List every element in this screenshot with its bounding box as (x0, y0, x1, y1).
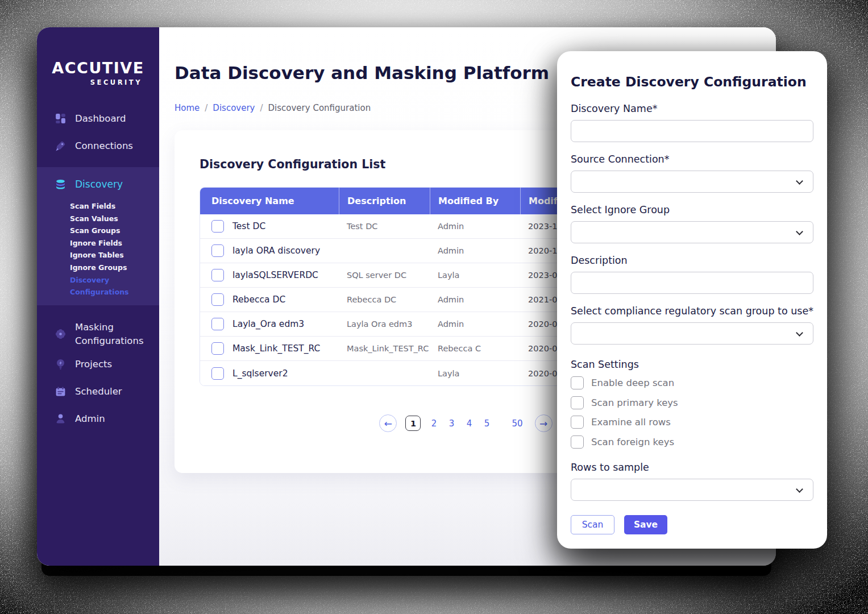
sidebar-item-projects[interactable]: Projects (37, 351, 159, 378)
sidebar-item-label: Connections (75, 140, 133, 151)
checkbox-label: Enable deep scan (591, 377, 674, 388)
pagination-page-current[interactable]: 1 (405, 416, 421, 431)
logo-accutive-text: ACCUTIVE (52, 59, 144, 77)
pagination-page[interactable]: 3 (447, 418, 456, 429)
sidebar-item-label: Masking Configurations (75, 321, 143, 348)
checkbox-row-examine-all-rows: Examine all rows (571, 416, 813, 429)
sidebar-item-connections[interactable]: Connections (37, 132, 159, 159)
sidebar-item-label: Projects (75, 359, 112, 370)
cell-discovery-name: Layla_Ora edm3 (232, 319, 304, 329)
mask-flower-icon (55, 328, 67, 340)
sidebar-item-label: Discovery (75, 179, 123, 190)
brand-logo: ACCUTIVE SECURITY (37, 27, 159, 86)
save-button[interactable]: Save (624, 515, 667, 534)
column-header-discovery-name: Discovery Name (200, 188, 339, 214)
modal-buttons: Scan Save (571, 515, 813, 534)
row-checkbox[interactable] (211, 367, 224, 380)
cell-description: SQL server DC (339, 271, 430, 280)
cell-modified-by: Layla (430, 369, 520, 378)
pagination-next-icon[interactable]: → (535, 414, 553, 432)
sidebar-item-discovery[interactable]: Discovery (37, 171, 159, 198)
cell-modified-by: Rebecca C (430, 344, 520, 353)
ignore-group-label: Select Ignore Group (571, 204, 813, 215)
source-connection-select[interactable] (571, 171, 813, 193)
chevron-down-icon (796, 177, 803, 185)
scan-primary-keys-checkbox[interactable] (571, 396, 584, 409)
sidebar-item-label: Dashboard (75, 113, 126, 124)
pagination-page-last[interactable]: 50 (512, 418, 522, 429)
sidebar-item-label: Admin (75, 413, 105, 424)
checkbox-label: Scan primary keys (591, 397, 678, 408)
row-checkbox[interactable] (211, 220, 224, 233)
rows-to-sample-select[interactable] (571, 479, 813, 501)
compliance-group-select[interactable] (571, 322, 813, 345)
enable-deep-scan-checkbox[interactable] (571, 376, 584, 389)
scan-foreign-keys-checkbox[interactable] (571, 435, 584, 449)
sidebar-item-label: Scheduler (75, 386, 122, 397)
chevron-down-icon (796, 486, 803, 493)
sidebar-nav: Dashboard Connections Discovery (37, 105, 159, 433)
ignore-group-select[interactable] (571, 221, 813, 243)
sidebar-item-scheduler[interactable]: Scheduler (37, 378, 159, 405)
subnav-scan-groups[interactable]: Scan Groups (70, 225, 159, 237)
user-icon (55, 413, 67, 425)
pagination-page[interactable]: 4 (464, 418, 474, 429)
subnav-scan-fields[interactable]: Scan Fields (70, 200, 159, 213)
breadcrumb-home[interactable]: Home (175, 103, 200, 113)
pagination-prev-icon[interactable]: ← (379, 414, 397, 432)
checkbox-label: Examine all rows (591, 417, 671, 428)
create-discovery-configuration-modal: Create Discovery Configuration Discovery… (557, 51, 827, 549)
cell-discovery-name: Mask_Link_TEST_RC (232, 343, 320, 354)
cell-modified-by: Admin (430, 295, 520, 304)
cell-discovery-name: Test DC (232, 221, 265, 231)
calendar-icon (55, 385, 67, 397)
rocket-icon (55, 140, 67, 152)
checkbox-row-scan-foreign-keys: Scan foreign keys (571, 435, 813, 449)
cell-description: Rebecca DC (339, 295, 430, 304)
dashboard-grid-icon (55, 113, 67, 125)
subnav-ignore-groups[interactable]: Ignore Groups (70, 262, 159, 274)
examine-all-rows-checkbox[interactable] (571, 416, 584, 429)
subnav-ignore-fields[interactable]: Ignore Fields (70, 237, 159, 250)
checkbox-row-scan-primary-keys: Scan primary keys (571, 396, 813, 409)
description-input[interactable] (571, 272, 813, 294)
cell-discovery-name: layla ORA discovery (232, 246, 320, 256)
breadcrumb-discovery[interactable]: Discovery (213, 103, 255, 113)
source-connection-label: Source Connection* (571, 154, 813, 165)
cell-modified-by: Admin (430, 320, 520, 329)
scan-settings-label: Scan Settings (571, 359, 813, 370)
checkbox-row-enable-deep-scan: Enable deep scan (571, 376, 813, 389)
cell-discovery-name: Rebecca DC (232, 294, 285, 305)
lightbulb-bolt-icon (55, 358, 67, 370)
chevron-down-icon (796, 329, 803, 337)
cell-description: Test DC (339, 222, 430, 231)
pagination-page[interactable]: 5 (482, 418, 491, 429)
row-checkbox[interactable] (211, 293, 224, 306)
row-checkbox[interactable] (211, 342, 224, 355)
checkbox-label: Scan foreign keys (591, 437, 674, 447)
sidebar-item-admin[interactable]: Admin (37, 405, 159, 433)
discovery-name-label: Discovery Name* (571, 103, 813, 114)
modal-title: Create Discovery Configuration (571, 74, 813, 90)
cell-discovery-name: L_sqlserver2 (232, 368, 288, 379)
cell-modified-by: Layla (430, 271, 520, 280)
row-checkbox[interactable] (211, 244, 224, 257)
sidebar-discovery-group: Discovery Scan Fields Scan Values Scan G… (37, 167, 159, 305)
subnav-scan-values[interactable]: Scan Values (70, 213, 159, 225)
column-header-description: Description (339, 188, 430, 214)
row-checkbox[interactable] (211, 269, 224, 281)
row-checkbox[interactable] (211, 318, 224, 330)
cell-modified-by: Admin (430, 222, 520, 231)
pagination-page[interactable]: 2 (429, 418, 438, 429)
subnav-discovery-configurations[interactable]: Discovery Configurations (70, 274, 159, 298)
description-label: Description (571, 255, 813, 266)
discovery-name-input[interactable] (571, 120, 813, 142)
sidebar-item-dashboard[interactable]: Dashboard (37, 105, 159, 132)
subnav-ignore-tables[interactable]: Ignore Tables (70, 249, 159, 262)
sidebar-item-masking-configurations[interactable]: Masking Configurations (37, 318, 159, 351)
discovery-subnav: Scan Fields Scan Values Scan Groups Igno… (37, 198, 159, 298)
scan-button[interactable]: Scan (571, 515, 614, 534)
cell-modified-by: Admin (430, 246, 520, 255)
cell-description: Layla Ora edm3 (339, 320, 430, 329)
compliance-group-label: Select compliance regulatory scan group … (571, 305, 813, 317)
